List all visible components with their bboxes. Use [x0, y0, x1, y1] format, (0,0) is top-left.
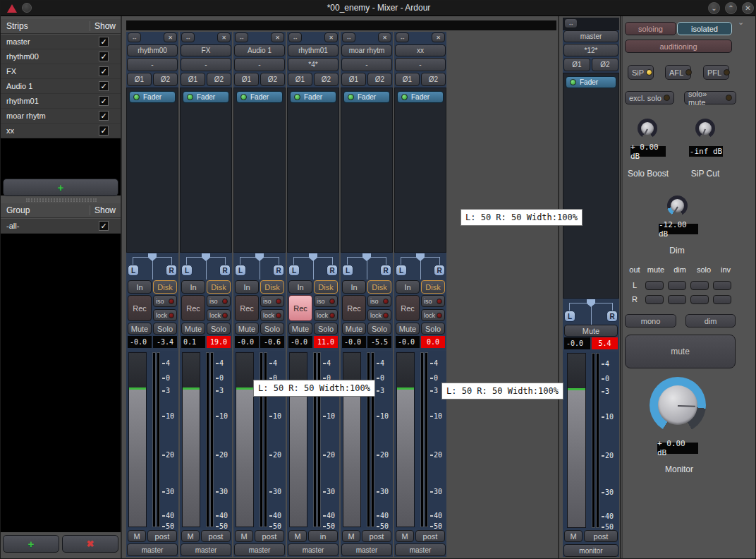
- hide-strip-button[interactable]: ✕: [164, 32, 177, 42]
- mute-button[interactable]: Mute: [235, 323, 259, 335]
- phase-1-button[interactable]: Ø1: [181, 73, 205, 86]
- strip-list-item-row[interactable]: rhythm01✓: [1, 94, 121, 109]
- pan-control[interactable]: L R: [563, 299, 619, 323]
- check-icon[interactable]: ✓: [99, 37, 109, 47]
- record-arm-button[interactable]: Rec: [396, 295, 420, 321]
- strip-comment-button[interactable]: *4*: [288, 58, 339, 71]
- fader-processor-entry[interactable]: Fader: [397, 91, 444, 103]
- processor-box[interactable]: Fader: [287, 88, 339, 253]
- phase-2-button[interactable]: Ø2: [153, 73, 178, 86]
- strip-name-button[interactable]: Audio 1: [234, 44, 285, 56]
- check-icon[interactable]: ✓: [99, 66, 109, 76]
- monitor-input-button[interactable]: In: [342, 280, 366, 294]
- narrow-strip-button[interactable]: ↔: [235, 32, 248, 42]
- output-button[interactable]: master: [127, 543, 178, 556]
- narrow-strip-button[interactable]: ↔: [288, 32, 302, 42]
- processor-active-led[interactable]: [187, 94, 193, 100]
- hide-strip-button[interactable]: ✕: [217, 32, 231, 42]
- solo-button[interactable]: Solo: [421, 323, 445, 335]
- monitor-disk-button[interactable]: Disk: [153, 280, 177, 294]
- solo-mutes-button[interactable]: solo» mute: [684, 91, 736, 104]
- solo-lock-button[interactable]: lock: [153, 309, 177, 321]
- strip-name-button[interactable]: moar rhytm: [341, 44, 392, 56]
- processor-active-led[interactable]: [348, 94, 354, 100]
- pan-control[interactable]: L R: [394, 253, 446, 280]
- monitor-gain-value[interactable]: + 0.00 dB: [657, 443, 698, 454]
- master-peak-display[interactable]: 5.4: [592, 337, 618, 349]
- master-comment-button[interactable]: *12*: [563, 44, 618, 56]
- mute-button[interactable]: Mute: [396, 323, 420, 335]
- check-icon[interactable]: ✓: [99, 96, 109, 106]
- solo-lock-button[interactable]: lock: [367, 309, 391, 321]
- peak-display[interactable]: -5.5: [367, 336, 391, 348]
- strip-list-item-row[interactable]: Audio 1✓: [1, 79, 121, 94]
- strip-list-item-row[interactable]: master✓: [1, 35, 121, 49]
- meter-point-button[interactable]: post: [415, 530, 445, 542]
- peak-display[interactable]: -3.4: [153, 336, 177, 348]
- solo-lock-button[interactable]: lock: [260, 309, 284, 321]
- strip-name-button[interactable]: rhythm01: [288, 44, 339, 56]
- narrow-strip-button[interactable]: ↔: [181, 32, 195, 42]
- strip-list-item-row[interactable]: rhythm00✓: [1, 49, 121, 64]
- metering-button[interactable]: M: [181, 530, 200, 542]
- auditioning-indicator-button[interactable]: auditioning: [625, 40, 732, 53]
- gain-display[interactable]: 0.1: [181, 336, 205, 348]
- phase-1-button[interactable]: Ø1: [395, 73, 420, 86]
- processor-box[interactable]: Fader: [563, 73, 619, 299]
- meter-point-button[interactable]: post: [255, 530, 284, 542]
- gain-fader[interactable]: [128, 352, 147, 527]
- fader-processor-entry[interactable]: Fader: [290, 91, 336, 103]
- processor-box[interactable]: Fader: [233, 88, 286, 253]
- narrow-strip-button[interactable]: ↔: [564, 18, 578, 28]
- record-arm-button[interactable]: Rec: [128, 295, 152, 321]
- solo-isolate-button[interactable]: iso: [314, 295, 338, 307]
- window-maximize-button[interactable]: ⌃: [725, 2, 737, 14]
- right-solo-button[interactable]: [690, 295, 709, 304]
- strip-comment-button[interactable]: -: [234, 58, 285, 71]
- gain-display[interactable]: -0.0: [288, 336, 312, 348]
- phase-1-button[interactable]: Ø1: [288, 73, 312, 86]
- fader-processor-entry[interactable]: Fader: [129, 91, 176, 103]
- metering-button[interactable]: M: [564, 530, 583, 542]
- monitor-disk-button[interactable]: Disk: [260, 280, 284, 294]
- fader-processor-entry[interactable]: Fader: [236, 91, 283, 103]
- pan-control[interactable]: L R: [233, 253, 286, 280]
- add-strip-button[interactable]: +: [3, 179, 118, 196]
- hide-strip-button[interactable]: ✕: [271, 32, 284, 42]
- mute-button[interactable]: Mute: [128, 323, 152, 335]
- phase-2-button[interactable]: Ø2: [207, 73, 231, 86]
- peak-display[interactable]: 11.0: [314, 336, 338, 348]
- solo-button[interactable]: Solo: [260, 323, 284, 335]
- narrow-strip-button[interactable]: ↔: [128, 32, 141, 42]
- mono-button[interactable]: mono: [625, 314, 676, 327]
- monitor-input-button[interactable]: In: [288, 280, 312, 294]
- phase-2-button[interactable]: Ø2: [260, 73, 285, 86]
- processor-active-led[interactable]: [133, 94, 140, 100]
- gain-fader[interactable]: [343, 352, 361, 527]
- solo-isolate-button[interactable]: iso: [153, 295, 177, 307]
- gain-display[interactable]: -0.0: [235, 336, 259, 348]
- solo-isolate-button[interactable]: iso: [260, 295, 284, 307]
- remove-group-button[interactable]: ✖: [62, 535, 118, 553]
- monitor-disk-button[interactable]: Disk: [367, 280, 391, 294]
- master-mute-button[interactable]: Mute: [564, 325, 618, 337]
- hide-strip-button[interactable]: ✕: [324, 32, 338, 42]
- monitor-input-button[interactable]: In: [235, 280, 259, 294]
- meter-point-button[interactable]: post: [201, 530, 231, 542]
- processor-active-led[interactable]: [240, 94, 247, 100]
- phase-2-button[interactable]: Ø2: [367, 73, 392, 86]
- check-icon[interactable]: ✓: [99, 52, 109, 61]
- solo-lock-button[interactable]: lock: [314, 309, 338, 321]
- monitor-input-button[interactable]: In: [181, 280, 205, 294]
- check-icon[interactable]: ✓: [99, 81, 109, 91]
- metering-button[interactable]: M: [128, 530, 146, 542]
- phase-1-button[interactable]: Ø1: [234, 73, 259, 86]
- strip-comment-button[interactable]: -: [341, 58, 392, 71]
- processor-active-led[interactable]: [401, 94, 408, 100]
- mute-button[interactable]: Mute: [288, 323, 312, 335]
- titlebar[interactable]: *00_enemy - Mixer - Ardour ⌄ ⌃ ✕: [1, 1, 756, 16]
- solo-isolate-button[interactable]: iso: [207, 295, 231, 307]
- gain-fader[interactable]: [396, 352, 415, 527]
- strip-name-button[interactable]: FX: [181, 44, 231, 56]
- monitor-disk-button[interactable]: Disk: [421, 280, 445, 294]
